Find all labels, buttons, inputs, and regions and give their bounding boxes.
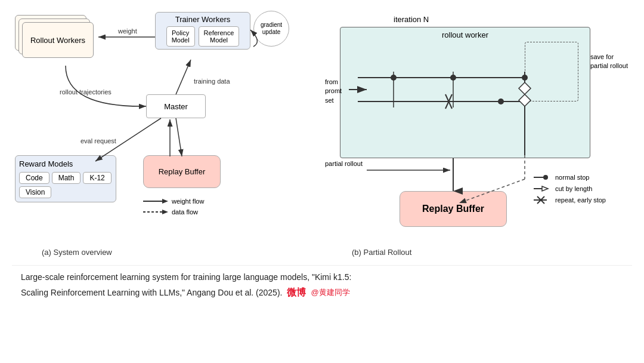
svg-text:rollout trajectories: rollout trajectories — [60, 88, 112, 96]
legend-data-flow: data flow — [143, 208, 204, 216]
save-for-text: save forpartial rollout — [590, 53, 628, 69]
legend-data-arrow-icon — [143, 208, 168, 216]
weibo-icon: 微博 — [287, 285, 306, 300]
caption-left-text: (a) System overview — [42, 248, 112, 257]
repeat-early-icon — [534, 196, 552, 204]
replay-buffer-right-label: Replay Buffer — [422, 204, 484, 214]
legend-cut-length: cut by length — [534, 184, 606, 193]
trainer-models-row: PolicyModel ReferenceModel — [158, 26, 247, 47]
svg-text:training data: training data — [194, 78, 230, 85]
gradient-update-label: gradient update — [254, 21, 289, 36]
svg-text:eval request: eval request — [80, 137, 116, 144]
replay-buffer-left: Replay Buffer — [143, 155, 221, 188]
reward-tags-row: Code Math K-12 Vision — [19, 172, 112, 198]
caption-right: (b) Partial Rollout — [352, 248, 411, 257]
dashed-save-box — [525, 42, 578, 101]
right-diagram: iteration N rollout worker frompromtset … — [322, 6, 632, 263]
partial-rollout-text: partial rollout — [325, 160, 363, 167]
caption-right-text: (b) Partial Rollout — [352, 248, 411, 257]
bottom-text-line1: Large-scale reinforcement learning syste… — [21, 270, 623, 284]
legend-weight-flow: weight flow — [143, 197, 204, 205]
legend-weight-label: weight flow — [172, 198, 204, 205]
reward-models-title: Reward Models — [19, 159, 112, 168]
gradient-update-circle: gradient update — [253, 11, 289, 47]
legend-data-label: data flow — [172, 208, 198, 216]
legend-repeat-early: repeat, early stop — [534, 196, 606, 204]
svg-line-14 — [176, 118, 182, 156]
bottom-text-line2-row: Scaling Reinforcement Learning with LLMs… — [21, 285, 623, 300]
bottom-text-section: Large-scale reinforcement learning syste… — [12, 265, 632, 305]
svg-marker-19 — [542, 186, 548, 191]
rollout-workers-box-front: Rollout Workers — [22, 22, 94, 58]
svg-point-17 — [543, 175, 548, 180]
master-label: Master — [164, 102, 188, 111]
master-box: Master — [146, 94, 206, 118]
svg-marker-3 — [162, 210, 168, 214]
reward-tag-math: Math — [52, 172, 81, 184]
rollout-workers-label: Rollout Workers — [30, 36, 85, 45]
right-legend: normal stop cut by length repeat, e — [534, 173, 606, 207]
weibo-user: @黄建同学 — [311, 287, 349, 299]
save-for-label: save forpartial rollout — [590, 53, 628, 71]
trainer-workers-box: Trainer Workers PolicyModel ReferenceMod… — [155, 12, 250, 50]
rollout-workers-stack: Rollout Workers — [15, 15, 92, 66]
legend-repeat-early-label: repeat, early stop — [555, 196, 606, 204]
partial-rollout-label: partial rollout — [325, 160, 363, 167]
reward-tag-vision: Vision — [19, 186, 51, 198]
legend-weight-arrow-icon — [143, 197, 168, 205]
main-container: Rollout Workers Trainer Workers PolicyMo… — [0, 0, 644, 363]
from-promt-text: frompromtset — [325, 78, 342, 104]
left-diagram: Rollout Workers Trainer Workers PolicyMo… — [12, 6, 322, 263]
bottom-text-line2: Scaling Reinforcement Learning with LLMs… — [21, 286, 282, 299]
legend-normal-stop-label: normal stop — [555, 174, 589, 181]
iteration-label: iteration N — [394, 15, 429, 24]
diagrams-row: Rollout Workers Trainer Workers PolicyMo… — [12, 6, 632, 263]
caption-left: (a) System overview — [42, 248, 112, 257]
legend-normal-stop: normal stop — [534, 173, 606, 182]
rollout-worker-big-label: rollout worker — [340, 27, 590, 39]
svg-marker-1 — [162, 199, 168, 204]
legend-box: weight flow data flow — [143, 197, 204, 219]
reference-model-box: ReferenceModel — [199, 26, 240, 47]
replay-buffer-left-label: Replay Buffer — [159, 167, 206, 176]
svg-text:weight: weight — [117, 27, 137, 35]
policy-model-box: PolicyModel — [166, 26, 195, 47]
reward-tag-code: Code — [19, 172, 49, 184]
cut-length-icon — [534, 184, 552, 193]
from-promt-label: frompromtset — [325, 78, 342, 105]
replay-buffer-right: Replay Buffer — [400, 191, 507, 227]
legend-cut-length-label: cut by length — [555, 185, 592, 192]
normal-stop-icon — [534, 173, 552, 182]
svg-line-11 — [176, 60, 191, 94]
trainer-workers-title: Trainer Workers — [158, 15, 247, 24]
reward-models-box: Reward Models Code Math K-12 Vision — [15, 155, 116, 202]
reward-tag-k12: K-12 — [83, 172, 111, 184]
